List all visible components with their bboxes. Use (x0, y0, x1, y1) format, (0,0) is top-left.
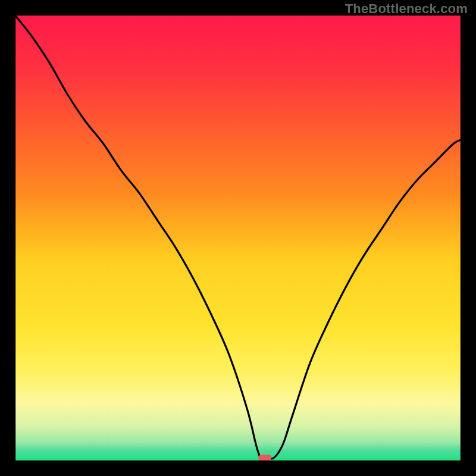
chart-svg (14, 14, 462, 462)
svg-rect-0 (258, 455, 271, 461)
bottleneck-chart (14, 14, 462, 462)
chart-container: TheBottleneck.com (0, 0, 476, 476)
plot-background (14, 14, 462, 462)
optimal-point-marker (258, 455, 271, 461)
